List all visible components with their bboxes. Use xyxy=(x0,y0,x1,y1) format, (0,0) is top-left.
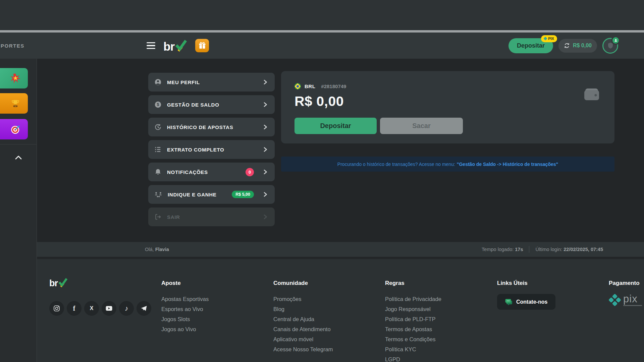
menu-item-label: HISTÓRICO DE APOSTAS xyxy=(167,124,233,130)
main-content: MEU PERFIL $ GESTÃO DE SALDO xyxy=(37,59,644,362)
chat-icon xyxy=(505,299,513,305)
menu-item-sair[interactable]: SAIR xyxy=(148,207,275,226)
menu-toggle-button[interactable] xyxy=(147,42,155,49)
person-icon xyxy=(154,78,162,86)
footer-link[interactable]: LGPD xyxy=(385,354,441,362)
chevron-right-icon xyxy=(262,101,269,108)
menu-item-historico-de-apostas[interactable]: HISTÓRICO DE APOSTAS xyxy=(148,118,275,136)
svg-text:$: $ xyxy=(157,102,159,107)
pix-payment-logo: pix xyxy=(609,294,644,306)
history-clock-icon xyxy=(154,123,162,131)
chevron-right-icon xyxy=(262,213,269,221)
divider xyxy=(0,30,644,33)
footer-link[interactable]: Jogos Slots xyxy=(161,314,209,324)
footer-column-title: Comunidade xyxy=(273,280,333,287)
menu-item-label: GESTÃO DE SALDO xyxy=(167,102,219,108)
collapse-chevron-button[interactable] xyxy=(15,155,22,161)
footer-link[interactable]: Promoções xyxy=(273,294,333,304)
bell-icon xyxy=(154,168,162,176)
pix-diamond-icon xyxy=(544,37,547,40)
sidebar-tile-target[interactable] xyxy=(0,119,28,139)
menu-item-notificacoes[interactable]: NOTIFICAÇÕES 0 xyxy=(148,163,275,181)
greeting: Olá, Flavia xyxy=(145,247,169,252)
pix-badge: PIX xyxy=(541,35,557,42)
sidebar-category-label: PORTES xyxy=(1,43,24,49)
logout-icon xyxy=(154,213,162,221)
target-icon xyxy=(10,124,20,134)
chevron-right-icon xyxy=(262,191,269,198)
chevron-right-icon xyxy=(262,168,269,176)
footer: br f X ♪ Ap xyxy=(37,259,644,362)
chevron-right-icon xyxy=(262,123,269,131)
footer-column-aposte: Aposte Apostas Esportivas Esportes ao Vi… xyxy=(161,280,209,334)
games-sidebar xyxy=(0,59,37,362)
footer-link[interactable]: Política de Privacidade xyxy=(385,294,441,304)
referral-reward-badge: R$ 5,00 xyxy=(232,191,254,198)
x-icon[interactable]: X xyxy=(84,301,99,316)
chevron-right-icon xyxy=(262,78,269,86)
trophy-icon xyxy=(11,99,20,108)
gift-bonus-button[interactable] xyxy=(195,39,209,52)
pix-wordmark: pix xyxy=(623,294,642,304)
logo-check-icon xyxy=(174,40,187,52)
withdraw-button[interactable]: Sacar xyxy=(380,118,463,134)
facebook-icon[interactable]: f xyxy=(67,301,82,316)
social-links: f X ♪ xyxy=(49,301,151,316)
menu-item-gestao-de-saldo[interactable]: $ GESTÃO DE SALDO xyxy=(148,95,275,114)
footer-column-comunidade: Comunidade Promoções Blog Central de Aju… xyxy=(273,280,333,354)
brand-logo[interactable]: br xyxy=(163,40,187,52)
footer-link[interactable]: Jogos ao Vivo xyxy=(161,324,209,334)
notice-text: Procurando o histórico de transações? Ac… xyxy=(337,162,455,167)
menu-item-label: MEU PERFIL xyxy=(167,79,200,85)
instagram-icon[interactable] xyxy=(49,301,64,316)
session-status-bar: Olá, Flavia Tempo logado: 17s Último log… xyxy=(37,242,644,257)
list-icon xyxy=(154,146,162,153)
menu-item-label: EXTRATO COMPLETO xyxy=(167,147,224,153)
wallet-icon xyxy=(583,87,600,102)
footer-link[interactable]: Aplicativo móvel xyxy=(273,334,333,344)
footer-link[interactable]: Esportes ao Vivo xyxy=(161,304,209,314)
wallet-panel: BRL #28180749 R$ 0,00 Depositar Sacar xyxy=(281,71,614,143)
brazil-flag-icon xyxy=(294,83,301,89)
footer-link[interactable]: Canais de Atendimento xyxy=(273,324,333,334)
footer-logo: br xyxy=(49,278,68,287)
footer-link[interactable]: Jogo Responsável xyxy=(385,304,441,314)
footer-column-title: Regras xyxy=(385,280,441,287)
telegram-icon[interactable] xyxy=(137,301,151,316)
menu-item-label: SAIR xyxy=(167,214,180,220)
menu-item-meu-perfil[interactable]: MEU PERFIL xyxy=(148,73,275,92)
sidebar-tile-crash[interactable] xyxy=(0,68,28,88)
currency-label: BRL xyxy=(305,83,315,89)
pix-caption xyxy=(623,305,642,306)
footer-link[interactable]: Acesse Nosso Telegram xyxy=(273,344,333,354)
balance-chip[interactable]: R$ 0,00 xyxy=(558,39,597,53)
contact-us-button[interactable]: Contate-nos xyxy=(497,294,555,310)
footer-link[interactable]: Blog xyxy=(273,304,333,314)
username: Flavia xyxy=(155,247,169,252)
footer-link[interactable]: Política KYC xyxy=(385,344,441,354)
gift-icon xyxy=(198,42,206,50)
footer-link[interactable]: Termos de Apostas xyxy=(385,324,441,334)
header: PORTES br Depositar PIX xyxy=(0,33,644,59)
menu-item-label: NOTIFICAÇÕES xyxy=(167,169,208,175)
tiktok-icon[interactable]: ♪ xyxy=(119,301,134,316)
sidebar-tile-sports[interactable] xyxy=(0,93,28,114)
divider xyxy=(529,246,529,253)
footer-column-title: Links Úteis xyxy=(497,280,555,287)
notice-bold-text: "Gestão de Saldo -> Histórico de transaç… xyxy=(457,162,558,167)
youtube-icon[interactable] xyxy=(102,301,116,316)
greeting-label: Olá, xyxy=(145,247,154,252)
footer-link[interactable]: Política de PLD-FTP xyxy=(385,314,441,324)
footer-link[interactable]: Termos e Condições xyxy=(385,334,441,344)
footer-column-links-uteis: Links Úteis Contate-nos xyxy=(497,280,555,310)
explosion-icon xyxy=(10,73,20,83)
footer-link[interactable]: Apostas Esportivas xyxy=(161,294,209,304)
menu-item-indique-e-ganhe[interactable]: INDIQUE E GANHE R$ 5,00 xyxy=(148,185,275,204)
deposit-button[interactable]: Depositar xyxy=(294,118,377,134)
logo-text: br xyxy=(163,41,174,52)
footer-link[interactable]: Central de Ajuda xyxy=(273,314,333,324)
menu-item-extrato-completo[interactable]: EXTRATO COMPLETO xyxy=(148,140,275,159)
balance-amount: R$ 0,00 xyxy=(294,94,601,109)
header-right: Depositar PIX R$ 0,00 xyxy=(508,33,618,59)
profile-avatar[interactable] xyxy=(602,38,618,54)
